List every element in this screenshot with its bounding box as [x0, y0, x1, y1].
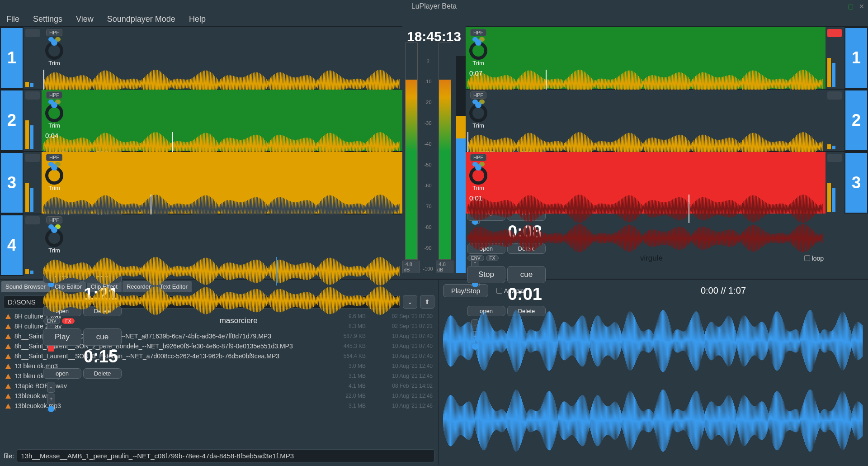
file-size: 3.0 MB — [325, 363, 366, 369]
env-badge[interactable]: ENV — [43, 318, 60, 324]
playhead[interactable] — [689, 195, 689, 223]
gain-plus[interactable]: + — [47, 394, 55, 404]
preview-waveforms — [443, 299, 863, 462]
preview-waveform-right[interactable] — [443, 388, 863, 454]
player-number-slot[interactable]: 1 — [0, 27, 24, 89]
player-number-slot[interactable]: 3 — [844, 152, 868, 214]
remaining-time: 0:01 — [467, 285, 546, 304]
player-row: HPF Trim ENV FX test loop Playcue 0:08 o… — [466, 89, 868, 151]
up-folder-icon[interactable]: ⬆ — [420, 295, 434, 309]
file-icon — [5, 354, 11, 359]
file-date: 10 Aug '21 07:40 — [369, 343, 433, 349]
hpf-button[interactable]: HPF — [470, 91, 486, 99]
file-date: 08 Feb '21 14:02 — [369, 383, 433, 389]
minimize-icon[interactable]: — — [836, 3, 842, 10]
menubar: File Settings View Soundplayer Mode Help — [0, 13, 868, 26]
fader-thumb[interactable] — [48, 406, 54, 412]
loop-checkbox[interactable] — [804, 255, 810, 261]
player-body: HPF Trim ENV FX masorciere Playcue 0:15 … — [42, 214, 402, 276]
deck-column-left: 1 HPF Trim ENV FX 8H culture 2 Playcue 0… — [0, 26, 402, 279]
mini-vu — [827, 164, 842, 212]
trim-label: Trim — [48, 122, 60, 129]
close-icon[interactable]: ✕ — [859, 3, 864, 10]
play-button[interactable]: Stop — [467, 266, 505, 283]
waveform-area[interactable]: 0:01 ENV FX virgule loop — [466, 193, 826, 265]
file-size: 3.1 MB — [325, 403, 366, 409]
delete-button[interactable]: Delete — [83, 368, 122, 379]
player-number-slot[interactable]: 1 — [844, 27, 868, 89]
hpf-button[interactable]: HPF — [46, 29, 62, 36]
preview-time: 0:00 // 1:07 — [701, 285, 746, 296]
player-number-slot[interactable]: 2 — [844, 90, 868, 151]
file-date: 10 Aug '21 12:40 — [369, 363, 433, 369]
db-readout-right: -4.8 dB — [436, 261, 453, 273]
status-led — [827, 29, 842, 37]
trim-knob[interactable] — [469, 42, 487, 60]
trim-label: Trim — [48, 247, 60, 254]
trim-knob[interactable] — [469, 166, 487, 185]
file-icon — [5, 404, 11, 409]
track-title: virgule — [500, 254, 802, 263]
gain-minus[interactable]: - — [47, 382, 55, 393]
dropdown-icon[interactable]: ⌄ — [403, 295, 417, 309]
trim-knob[interactable] — [469, 104, 487, 122]
file-size: 4.1 MB — [325, 383, 366, 389]
menu-file[interactable]: File — [6, 14, 19, 24]
menu-soundplayer-mode[interactable]: Soundplayer Mode — [107, 14, 175, 24]
level-meter-left — [405, 43, 418, 260]
fx-badge[interactable]: FX — [486, 255, 499, 261]
player-row: 3 HPF Trim ENV FX dublin 2 Playcue 1:21 … — [0, 151, 402, 214]
trim-label: Trim — [48, 185, 60, 191]
file-row[interactable]: 13bleuokok.mp33.1 MB10 Aug '21 12:46 — [4, 401, 434, 411]
trim-knob[interactable] — [45, 166, 63, 185]
player-indicators — [24, 214, 42, 276]
status-led — [827, 154, 842, 162]
current-file-input[interactable] — [17, 449, 434, 462]
menu-view[interactable]: View — [76, 14, 94, 24]
player-indicators — [24, 90, 42, 151]
trim-label: Trim — [472, 185, 484, 191]
trim-column: HPF Trim — [42, 27, 67, 68]
file-date: 10 Aug '21 07:40 — [369, 353, 433, 359]
trim-knob[interactable] — [45, 42, 63, 60]
hpf-button[interactable]: HPF — [46, 91, 62, 99]
player-number-slot[interactable]: 2 — [0, 90, 24, 151]
file-size: 564.4 KB — [325, 353, 366, 359]
hpf-button[interactable]: HPF — [470, 154, 486, 161]
trim-column: HPF Trim — [42, 152, 67, 193]
waveform-area[interactable]: ENV FX masorciere — [42, 256, 402, 327]
hpf-button[interactable]: HPF — [46, 216, 62, 223]
env-badge[interactable]: ENV — [467, 255, 484, 261]
file-size: 445.3 KB — [325, 343, 366, 349]
player-number-slot[interactable]: 3 — [0, 152, 24, 214]
fader-column: -+ -100 — [42, 380, 61, 414]
trim-knob[interactable] — [45, 229, 63, 247]
player-row: 2 HPF Trim 0:04 ENV FX 13H Ecole BOB 2 S… — [0, 89, 402, 151]
file-icon — [5, 384, 11, 389]
cue-button[interactable]: cue — [83, 328, 122, 346]
hpf-button[interactable]: HPF — [46, 154, 62, 161]
player-number-slot[interactable]: 4 — [0, 214, 24, 276]
remaining-time: 0:15 — [43, 347, 122, 366]
trim-column: HPF Trim — [466, 152, 491, 193]
fx-badge[interactable]: FX — [62, 318, 75, 324]
file-row[interactable]: 13apie BOB 1.wav4.1 MB08 Feb '21 14:02 — [4, 381, 434, 391]
menu-settings[interactable]: Settings — [33, 14, 62, 24]
file-row[interactable]: 13bleuok.wav22.0 MB10 Aug '21 12:46 — [4, 391, 434, 401]
hpf-button[interactable]: HPF — [470, 29, 486, 36]
file-size: 587.9 KB — [325, 333, 366, 339]
cue-button[interactable]: cue — [507, 266, 546, 283]
mini-vu — [25, 39, 40, 87]
file-icon — [5, 374, 11, 379]
open-button[interactable]: open — [43, 368, 81, 379]
play-button[interactable]: Play — [43, 328, 81, 346]
menu-help[interactable]: Help — [189, 14, 206, 24]
trim-label: Trim — [48, 60, 60, 67]
player-body: HPF Trim 0:01 ENV FX virgule loop Stopcu… — [466, 152, 826, 214]
trim-knob[interactable] — [45, 104, 63, 122]
player-indicators — [826, 152, 844, 214]
playhead[interactable] — [276, 257, 277, 285]
maximize-icon[interactable]: ▢ — [848, 3, 854, 10]
preview-waveform-left[interactable] — [443, 308, 863, 374]
window-controls: — ▢ ✕ — [836, 3, 864, 10]
